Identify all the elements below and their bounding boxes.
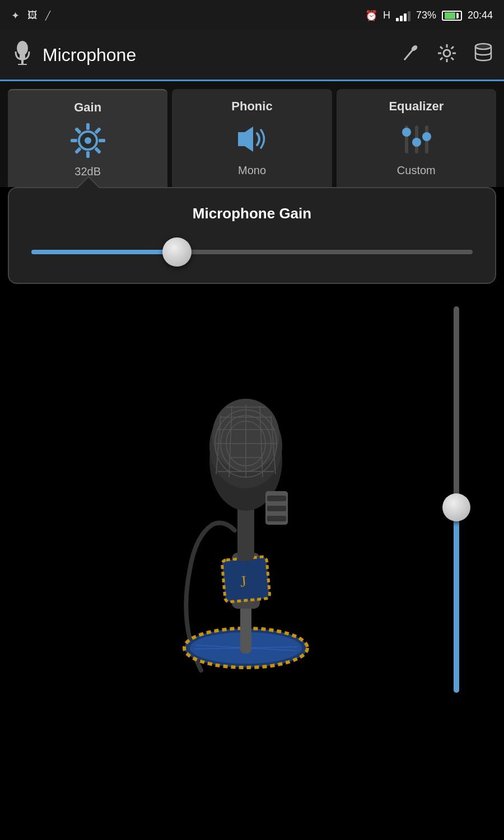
tab-phonic-icon-area — [232, 119, 272, 158]
tab-gain-icon-area — [68, 120, 108, 160]
tabs-row: Gain 32dB Phonic — [0, 81, 504, 187]
image-icon: 🖼 — [27, 10, 38, 21]
flash-icon: ╱ — [45, 11, 50, 21]
battery-percent: 73% — [416, 10, 436, 21]
svg-point-31 — [402, 128, 411, 137]
svg-point-26 — [85, 137, 91, 144]
app-mic-icon — [11, 40, 34, 70]
svg-rect-20 — [94, 147, 101, 154]
gain-icon — [69, 122, 106, 158]
signal-label: H — [383, 10, 390, 21]
svg-rect-18 — [94, 127, 101, 134]
svg-point-32 — [412, 138, 421, 147]
tab-equalizer-icon-area — [396, 119, 436, 158]
microphone-illustration: J — [123, 357, 358, 682]
app-title: Microphone — [43, 45, 136, 66]
equalizer-icon — [398, 121, 435, 157]
svg-rect-22 — [74, 147, 82, 154]
tab-equalizer-value: Custom — [397, 164, 436, 177]
gain-slider-track — [31, 250, 473, 254]
camera-icon: ✦ — [11, 10, 20, 22]
settings-icon[interactable] — [437, 43, 457, 67]
mic-action-icon[interactable] — [402, 44, 420, 66]
gain-slider-container[interactable] — [31, 238, 473, 266]
svg-rect-2 — [21, 59, 24, 64]
svg-rect-3 — [18, 64, 27, 65]
vertical-slider-fill — [454, 519, 459, 693]
tab-equalizer-label: Equalizer — [389, 99, 444, 114]
app-bar: Microphone — [0, 31, 504, 81]
vertical-slider-track — [454, 306, 459, 693]
svg-point-15 — [475, 44, 491, 49]
svg-line-14 — [440, 58, 442, 60]
gain-panel: Microphone Gain — [8, 187, 496, 284]
tab-phonic-label: Phonic — [231, 99, 272, 114]
signal-bars — [396, 10, 410, 21]
svg-rect-23 — [71, 139, 77, 142]
status-bar: ✦ 🖼 ╱ ⏰ H 73% 20:44 — [0, 0, 504, 31]
svg-marker-27 — [238, 127, 253, 152]
clock-icon: ⏰ — [365, 10, 377, 22]
tab-equalizer[interactable]: Equalizer Custom — [337, 89, 496, 187]
svg-rect-19 — [99, 139, 105, 142]
svg-rect-64 — [267, 506, 286, 511]
svg-rect-17 — [86, 123, 90, 130]
svg-rect-24 — [74, 127, 82, 134]
time-display: 20:44 — [468, 10, 493, 21]
svg-rect-63 — [267, 496, 286, 501]
tab-gain-label: Gain — [74, 100, 101, 115]
vertical-slider-container[interactable] — [442, 306, 470, 693]
database-icon[interactable] — [474, 43, 493, 68]
svg-point-33 — [422, 132, 431, 141]
svg-point-0 — [17, 41, 28, 55]
tab-gain[interactable]: Gain 32dB — [8, 89, 167, 187]
svg-line-12 — [451, 58, 454, 60]
mic-svg: J — [123, 357, 358, 682]
gain-panel-title: Microphone Gain — [31, 205, 473, 222]
main-content: J — [0, 284, 504, 715]
svg-rect-21 — [86, 151, 90, 158]
svg-line-13 — [451, 46, 454, 49]
battery-icon — [442, 11, 462, 21]
vertical-slider-thumb[interactable] — [442, 493, 470, 521]
svg-line-11 — [440, 46, 442, 49]
gain-slider-thumb[interactable] — [162, 237, 192, 267]
phonic-icon — [234, 121, 270, 157]
tab-phonic-value: Mono — [238, 164, 266, 177]
tab-phonic[interactable]: Phonic Mono — [172, 89, 332, 187]
svg-point-6 — [444, 50, 450, 57]
svg-rect-65 — [267, 516, 286, 521]
